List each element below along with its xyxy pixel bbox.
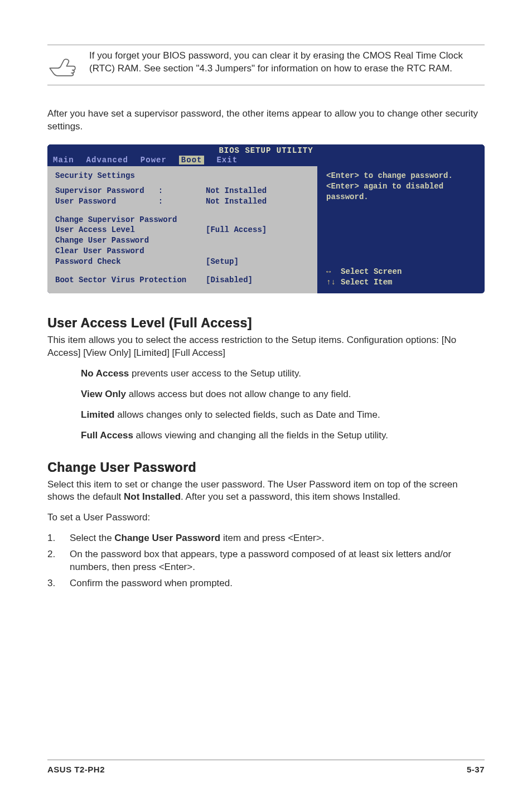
user-password-label: User Password : [55,196,206,207]
list-item: Confirm the password when prompted. [47,577,485,590]
bios-menu-boot: Boot [179,156,205,165]
password-check-value: [Setup] [206,257,239,267]
security-settings-title: Security Settings [55,171,309,181]
bios-menu-advanced: Advanced [86,156,128,165]
list-item: Select the Change User Password item and… [47,532,485,545]
page-footer: ASUS T2-PH2 5-37 [47,760,485,774]
bios-left-pane: Security Settings Supervisor Password : … [47,166,318,293]
help-text-1: <Enter> to change password. [326,171,477,181]
user-access-level-label: User Access Level [55,225,206,235]
bios-menu-power: Power [141,156,167,165]
note-text: If you forget your BIOS password, you ca… [89,50,485,75]
user-access-level-value: [Full Access] [206,225,267,235]
nav-select-item: Select Item [341,278,392,287]
note-box: If you forget your BIOS password, you ca… [47,45,485,85]
steps-list: Select the Change User Password item and… [47,532,485,590]
change-supervisor-password: Change Supervisor Password [55,215,309,225]
password-check-label: Password Check [55,257,206,267]
bios-menu-exit: Exit [216,156,238,165]
ual-heading: User Access Level (Full Access] [47,316,485,331]
nav-select-screen: Select Screen [341,267,402,276]
limited-desc: Limited allows changes only to selected … [81,409,485,422]
footer-right: 5-37 [467,765,485,774]
intro-paragraph: After you have set a supervisor password… [47,108,485,133]
bios-right-pane: <Enter> to change password. <Enter> agai… [318,166,485,293]
bios-menu-bar: Main Advanced Power Boot Exit [47,156,485,166]
boot-sector-virus-value: [Disabled] [206,275,253,286]
arrows-ud-icon: ↑↓ [326,277,341,288]
cup-paragraph: Select this item to set or change the us… [47,479,485,504]
cup-heading: Change User Password [47,460,485,475]
no-access-desc: No Access prevents user access to the Se… [81,368,485,380]
ual-paragraph: This item allows you to select the acces… [47,334,485,360]
bios-title: BIOS SETUP UTILITY [47,144,485,156]
arrows-lr-icon: ↔ [326,267,341,277]
supervisor-password-label: Supervisor Password : [55,186,206,196]
user-password-value: Not Installed [206,196,267,207]
hand-point-icon [47,50,78,80]
footer-left: ASUS T2-PH2 [47,765,105,774]
clear-user-password-item: Clear User Password [55,246,309,257]
list-item: On the password box that appears, type a… [47,548,485,574]
boot-sector-virus-label: Boot Sector Virus Protection [55,275,206,286]
full-access-desc: Full Access allows viewing and changing … [81,429,485,442]
to-set-label: To set a User Password: [47,511,485,524]
supervisor-password-value: Not Installed [206,186,267,196]
help-text-2: <Enter> again to disabled password. [326,181,477,202]
view-only-desc: View Only allows access but does not all… [81,388,485,401]
bios-screenshot: BIOS SETUP UTILITY Main Advanced Power B… [47,144,485,293]
bios-menu-main: Main [53,156,74,165]
change-user-password-item: Change User Password [55,235,309,246]
